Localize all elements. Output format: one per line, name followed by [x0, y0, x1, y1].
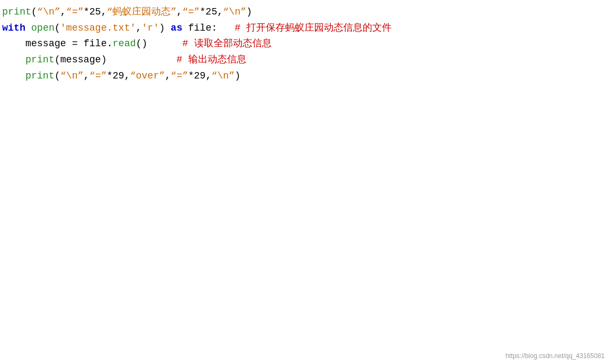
- code-token: “\n”: [223, 6, 246, 17]
- code-token: file: [83, 38, 107, 49]
- code-token: ): [235, 70, 240, 81]
- code-token: (: [54, 70, 60, 81]
- code-token: ,: [60, 6, 66, 17]
- code-token: [165, 23, 171, 33]
- code-token: ): [101, 54, 107, 65]
- code-token: print: [2, 6, 31, 17]
- code-line-1: print(“\n”,“=”*25,“蚂蚁庄园动态”,“=”*25,“\n”): [2, 4, 607, 20]
- code-token: ,: [136, 23, 142, 33]
- code-token: [147, 38, 182, 49]
- code-token: file:: [182, 23, 235, 33]
- code-token: # 输出动态信息: [176, 54, 246, 65]
- code-token: [2, 38, 25, 49]
- code-token: “=”: [182, 6, 200, 17]
- code-token: # 读取全部动态信息: [182, 38, 272, 49]
- code-token: 'message.txt': [60, 23, 136, 33]
- code-line-4: print(message) # 输出动态信息: [2, 52, 607, 68]
- code-line-2: with open('message.txt','r') as file: # …: [2, 20, 607, 37]
- watermark: https://blog.csdn.net/qq_43165081: [506, 352, 605, 360]
- code-token: =: [66, 38, 83, 49]
- code-editor: print(“\n”,“=”*25,“蚂蚁庄园动态”,“=”*25,“\n”) …: [0, 0, 609, 88]
- code-token: “=”: [66, 6, 83, 17]
- code-token: print: [25, 54, 54, 65]
- code-token: *25,: [83, 6, 107, 17]
- code-token: (): [136, 38, 148, 49]
- code-token: “=”: [89, 70, 107, 81]
- code-token: (: [31, 6, 37, 17]
- code-token: ,: [165, 70, 171, 81]
- code-token: “over”: [130, 70, 165, 81]
- code-token: “\n”: [211, 70, 235, 81]
- code-token: message: [60, 54, 101, 65]
- code-token: read: [112, 38, 136, 49]
- code-token: ): [246, 6, 252, 17]
- code-token: print: [25, 70, 54, 81]
- code-line-5: print(“\n”,“=”*29,“over”,“=”*29,“\n”): [2, 68, 607, 84]
- code-token: [2, 54, 25, 65]
- code-token: message: [25, 38, 66, 49]
- code-token: [2, 70, 25, 81]
- code-token: (: [54, 54, 60, 65]
- code-token: ): [159, 23, 165, 33]
- code-token: *25,: [200, 6, 223, 17]
- code-token: “\n”: [37, 6, 60, 17]
- code-token: [25, 23, 31, 33]
- code-token: “\n”: [60, 70, 83, 81]
- code-token: 'r': [141, 23, 159, 33]
- code-token: with: [2, 23, 25, 33]
- code-token: [107, 54, 176, 65]
- code-token: # 打开保存蚂蚁庄园动态信息的文件: [235, 23, 392, 33]
- code-line-3: message = file.read() # 读取全部动态信息: [2, 36, 607, 52]
- code-token: *29,: [107, 70, 130, 81]
- code-token: “=”: [171, 70, 188, 81]
- code-token: ,: [176, 6, 182, 17]
- code-token: .: [107, 38, 112, 49]
- code-token: *29,: [188, 70, 211, 81]
- code-token: ,: [83, 70, 89, 81]
- code-token: (: [54, 23, 60, 33]
- code-token: “蚂蚁庄园动态”: [107, 6, 176, 17]
- code-token: open: [31, 23, 54, 33]
- code-token: as: [171, 23, 182, 33]
